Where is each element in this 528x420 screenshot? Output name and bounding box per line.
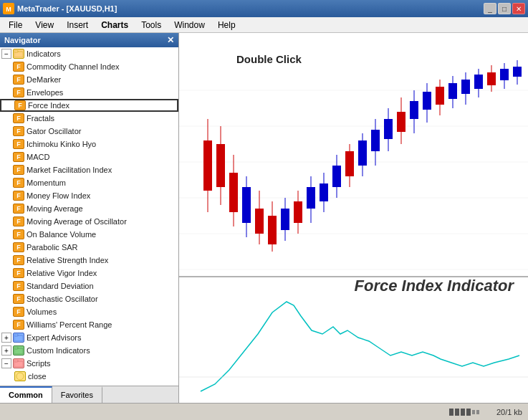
nav-item-momentum[interactable]: F Momentum [0,176,178,189]
svg-rect-58 [448,83,457,99]
nav-item-mfi[interactable]: F Market Facilitation Index [0,163,178,176]
nav-item-williams[interactable]: F Williams' Percent Range [0,318,178,331]
nav-item-rvi[interactable]: F Relative Vigor Index [0,267,178,280]
svg-rect-38 [320,183,328,201]
parabolicsar-label: Parabolic SAR [27,243,78,252]
maximize-button[interactable]: □ [498,3,511,14]
indicator-icon-rsi: F [13,255,24,265]
indicator-icon-gator: F [13,126,24,136]
indicator-icon-parabolicsar: F [13,242,24,252]
nav-item-obv[interactable]: F On Balance Volume [0,228,178,241]
svg-rect-20 [203,140,212,191]
movingavg-label: Moving Average [27,204,83,213]
menu-window[interactable]: Window [168,19,211,32]
force-label: Force Index [28,101,69,110]
obv-label: On Balance Volume [27,230,96,239]
fractals-label: Fractals [27,114,54,123]
nav-item-parabolicsar[interactable]: F Parabolic SAR [0,241,178,254]
indicator-icon-stddev: F [13,281,24,291]
menu-view[interactable]: View [29,19,59,32]
nav-item-macd[interactable]: F MACD [0,151,178,163]
svg-rect-22 [216,144,225,187]
momentum-label: Momentum [27,178,66,187]
svg-point-10 [16,373,24,380]
nav-item-expert[interactable]: + Expert Advisors [0,331,178,344]
nav-item-force[interactable]: F Force Index [0,99,178,112]
expand-custom[interactable]: + [1,345,11,355]
svg-rect-7 [14,347,18,349]
svg-rect-66 [500,69,509,80]
expand-scripts[interactable]: − [1,358,11,368]
title-bar-title: MetaTrader - [XAUUSD,H1] [17,4,117,13]
nav-item-close[interactable]: close [0,370,178,383]
title-bar-left: M MetaTrader - [XAUUSD,H1] [3,3,117,14]
indicator-icon-williams: F [13,320,24,330]
nav-item-movingavg[interactable]: F Moving Average [0,202,178,215]
nav-item-stoch[interactable]: F Stochastic Oscillator [0,292,178,305]
svg-rect-60 [461,80,470,94]
nav-item-scripts[interactable]: − Scripts [0,357,178,370]
nav-item-fractals[interactable]: F Fractals [0,112,178,125]
navigator-header: Navigator ✕ [0,33,178,47]
svg-rect-32 [281,209,289,230]
movingavgosc-label: Moving Average of Oscillator [27,217,127,226]
nav-item-volumes[interactable]: F Volumes [0,305,178,318]
nav-tree[interactable]: − Indicators F Commodity Channel Index F… [0,47,178,386]
status-bar: 20/1 kb [0,403,528,420]
svg-rect-42 [345,151,354,176]
svg-rect-30 [268,216,277,244]
menu-tools[interactable]: Tools [135,19,167,32]
navigator-close-button[interactable]: ✕ [167,35,174,45]
indicator-icon-macd: F [13,152,24,162]
expand-expert[interactable]: + [1,333,11,343]
svg-rect-44 [358,140,367,166]
folder-icon [13,49,24,59]
app-icon: M [3,3,14,14]
menu-insert[interactable]: Insert [61,19,94,32]
nav-item-envelopes[interactable]: F Envelopes [0,86,178,99]
scripts-folder-icon [13,358,24,368]
menu-help[interactable]: Help [212,19,241,32]
nav-item-moneyflow[interactable]: F Money Flow Index [0,189,178,202]
nav-item-indicators-parent[interactable]: − Indicators [0,47,178,60]
nav-item-movingavgosc[interactable]: F Moving Average of Oscillator [0,215,178,228]
chart-area[interactable]: Double Click Force Index Indicator [179,33,528,403]
svg-rect-72 [461,409,465,416]
svg-text:M: M [6,6,11,13]
indicator-icon-force: F [14,100,26,110]
indicator-icon-rvi: F [13,268,24,278]
expert-label: Expert Advisors [27,333,81,342]
expand-indicators[interactable]: − [1,49,11,59]
svg-rect-52 [410,101,418,119]
title-bar-buttons: _ □ ✕ [484,3,525,14]
indicator-icon-ichimoku: F [13,139,24,149]
chart-svg [179,33,528,403]
svg-rect-3 [14,50,18,52]
close-button[interactable]: ✕ [512,3,525,14]
minimize-button[interactable]: _ [484,3,496,14]
indicator-icon-commodity: F [13,62,24,72]
menu-charts[interactable]: Charts [95,19,134,32]
stddev-label: Standard Deviation [27,282,94,290]
indicator-icon-volumes: F [13,307,24,317]
envelopes-label: Envelopes [27,88,63,97]
mfi-label: Market Facilitation Index [27,166,112,174]
nav-item-gator[interactable]: F Gator Oscillator [0,125,178,138]
tab-common[interactable]: Common [0,386,52,403]
svg-rect-36 [307,187,315,209]
demarker-label: DeMarker [27,75,61,84]
nav-item-commodity[interactable]: F Commodity Channel Index [0,60,178,73]
nav-item-ichimoku[interactable]: F Ichimoku Kinko Hyo [0,138,178,151]
expert-folder-icon [13,333,24,343]
tab-favorites[interactable]: Favorites [52,386,102,403]
indicators-label: Indicators [27,49,61,58]
nav-item-stddev[interactable]: F Standard Deviation [0,280,178,292]
double-click-label: Double Click [236,53,302,65]
nav-item-demarker[interactable]: F DeMarker [0,73,178,86]
indicator-icon-movingavg: F [13,204,24,214]
nav-item-rsi[interactable]: F Relative Strength Index [0,254,178,267]
nav-item-custom[interactable]: + Custom Indicators [0,344,178,357]
menu-file[interactable]: File [3,19,28,32]
custom-label: Custom Indicators [27,346,90,355]
status-indicator [449,407,485,417]
